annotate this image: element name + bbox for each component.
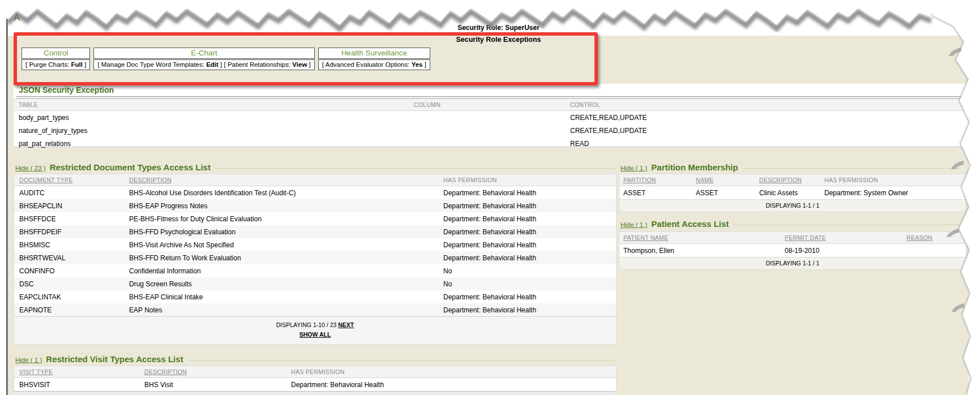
partial-heading: A [14,12,20,23]
table-row: BHSVISITBHS VisitDepartment: Behavioral … [14,378,616,392]
hide-link-patient-access[interactable]: Hide ( 1 ) [620,221,647,228]
annotation-red-box [14,32,598,85]
column-header[interactable]: DESCRIPTION [144,366,291,378]
table-row: body_part_typesCREATE,READ,UPDATE [14,111,971,124]
security-role-page: A Security Role: SuperUser Security Role… [0,0,980,395]
partition-paging-status: DISPLAYING 1-1 / 1 [619,199,966,212]
json-security-table: TABLECOLUMNCONTROLbody_part_typesCREATE,… [14,98,971,150]
section-rule [188,360,614,360]
header-row: VISIT TYPEDESCRIPTIONHAS PERMISSION [14,366,616,378]
column-header: COLUMN [414,99,570,111]
restricted-visit-types-header: Hide ( 1 ) Restricted Visit Types Access… [15,354,614,364]
table-row: AUDITCBHS-Alcohol Use Disorders Identifi… [14,186,616,200]
patient-access-header: Hide ( 1 ) Patient Access List [620,219,960,229]
restricted-doc-types-section: DOCUMENT TYPEDESCRIPTIONHAS PERMISSIONAU… [14,174,617,345]
column-header: CONTROL [570,99,971,111]
column-header[interactable]: NAME [696,174,759,186]
restricted-visit-types-table: VISIT TYPEDESCRIPTIONHAS PERMISSIONBHSVI… [14,366,616,391]
header-row: TABLECOLUMNCONTROL [14,99,971,111]
json-security-section: JSON Security Exception TABLECOLUMNCONTR… [14,84,971,147]
partition-membership-section: PARTITIONNAMEDESCRIPTIONHAS PERMISSIONAS… [619,174,966,212]
restricted-doc-types-header: Hide ( 23 ) Restricted Document Types Ac… [15,162,614,172]
column-header: HAS PERMISSION [443,174,616,186]
table-row: EAPNOTEEAP NotesDepartment: Behavioral H… [14,303,616,316]
column-header[interactable]: VISIT TYPE [14,366,144,378]
table-row: pat_pat_relationsREAD [14,137,971,150]
table-row: Thompson, Ellen08-19-2010 [619,244,966,257]
header-row: DOCUMENT TYPEDESCRIPTIONHAS PERMISSION [14,174,616,186]
table-row: BHSMISCBHS-Visit Archive As Not Specifie… [14,238,616,251]
column-header: HAS PERMISSION [824,174,966,186]
section-rule [743,168,960,169]
paging-status: DISPLAYING 1-10 / 23 [276,321,337,328]
header-row: PATIENT NAMEPERMIT DATEREASON [619,232,966,244]
patient-access-title: Patient Access List [651,219,729,229]
patient-paging-status: DISPLAYING 1-1 / 1 [619,257,966,269]
table-row: EAPCLINTAKBHS-EAP Clinical IntakeDepartm… [14,290,616,303]
table-row: BHSRTWEVALBHS-FFD Return To Work Evaluat… [14,251,616,264]
section-rule [215,168,614,169]
column-header[interactable]: PATIENT NAME [619,232,785,244]
table-row: CONFINFOConfidential InformationNo [14,264,616,277]
security-role-label: Security Role: SuperUser [17,24,980,32]
hide-link-restricted-visit-types[interactable]: Hide ( 1 ) [15,357,42,363]
column-header[interactable]: REASON [906,232,966,244]
restricted-doc-types-title: Restricted Document Types Access List [50,162,211,172]
column-header[interactable]: PARTITION [619,174,696,186]
hide-link-partition-membership[interactable]: Hide ( 1 ) [620,165,647,171]
page-left-edge [6,17,8,395]
patient-access-section: PATIENT NAMEPERMIT DATEREASONThompson, E… [619,231,966,270]
restricted-doc-types-table: DOCUMENT TYPEDESCRIPTIONHAS PERMISSIONAU… [14,174,616,316]
restricted-visit-types-title: Restricted Visit Types Access List [46,354,183,364]
table-row: BHSFFDPEIFBHS-FFD Psychological Evaluati… [14,225,616,238]
column-header[interactable]: PERMIT DATE [785,232,906,244]
json-security-title: JSON Security Exception [19,85,114,95]
table-row: BHSFFDCEPE-BHS-Fitness for Duty Clinical… [14,212,616,225]
column-header: TABLE [14,99,414,111]
next-link[interactable]: NEXT [338,321,354,328]
table-row: ASSETASSETClinic AssetsDepartment: Syste… [619,186,966,200]
table-row: DSCDrug Screen ResultsNo [14,277,616,290]
section-rule [733,225,960,225]
header-row: PARTITIONNAMEDESCRIPTIONHAS PERMISSION [619,174,966,186]
doc-types-paging: DISPLAYING 1-10 / 23 NEXT SHOW ALL [14,316,616,344]
table-row: nature_of_injury_typesCREATE,READ,UPDATE [14,124,971,137]
hide-link-restricted-doc-types[interactable]: Hide ( 23 ) [15,165,46,171]
table-row: BHSEAPCLINBHS-EAP Progress NotesDepartme… [14,199,616,212]
partition-membership-table: PARTITIONNAMEDESCRIPTIONHAS PERMISSIONAS… [619,174,966,199]
column-header: HAS PERMISSION [291,366,616,378]
partition-membership-title: Partition Membership [651,162,738,172]
show-all-link[interactable]: SHOW ALL [299,331,331,338]
column-header[interactable]: DESCRIPTION [759,174,824,186]
column-header[interactable]: DESCRIPTION [129,174,443,186]
clipped-next-band [14,391,615,395]
restricted-visit-types-section: VISIT TYPEDESCRIPTIONHAS PERMISSIONBHSVI… [14,366,617,392]
patient-access-table: PATIENT NAMEPERMIT DATEREASONThompson, E… [619,231,966,257]
partition-membership-header: Hide ( 1 ) Partition Membership [620,162,960,172]
column-header[interactable]: DOCUMENT TYPE [14,174,129,186]
